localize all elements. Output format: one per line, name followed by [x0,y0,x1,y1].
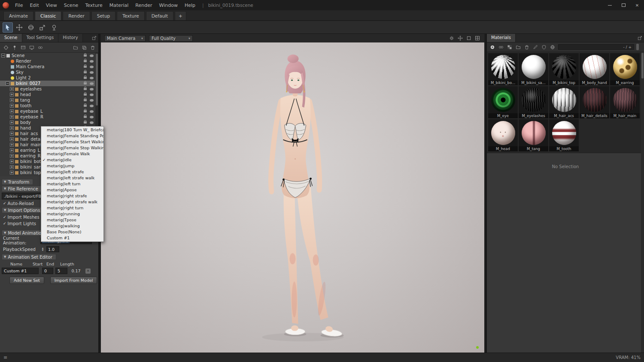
scale-tool-icon[interactable] [37,22,48,33]
dropdown-item-metarig-female-standing-pose[interactable]: metarig|Female Standing Pose [41,133,103,139]
checker-icon[interactable] [506,43,513,51]
globe-icon[interactable] [549,43,556,51]
dropdown-item-metarig-female-stop-walking[interactable]: metarig|Female Stop Walking [41,145,103,151]
tree-row-bikini-0027[interactable]: −bikini_0027 [0,81,95,86]
dropdown-item-metarig-idle[interactable]: ✓metarig|idle [41,157,103,163]
dropdown-item-metarig-walking[interactable]: metarig|walking [41,223,103,229]
expand-icon[interactable]: + [10,126,14,130]
import-from-model-button[interactable]: Import From Model [50,277,97,284]
monitor-icon[interactable] [28,44,35,51]
expand-icon[interactable]: + [10,104,14,108]
visibility-icon[interactable] [88,82,95,85]
materials-scrollbar[interactable] [641,52,644,353]
material-m-eyelashes[interactable]: M_eyelashes [519,86,548,118]
set-start-input[interactable]: 0 [42,268,53,274]
dropdown-item-metarig-left-strafe-walk[interactable]: metarig|left strafe walk [41,175,103,181]
lock-icon[interactable] [82,88,88,90]
visibility-icon[interactable] [88,121,95,124]
lock-icon[interactable] [82,71,88,73]
lock-icon[interactable] [82,105,88,107]
material-filter-input[interactable]: - / + [558,44,634,50]
lock-icon[interactable] [82,77,88,79]
lock-icon[interactable] [82,116,88,118]
menu-help[interactable]: Help [181,3,199,8]
menu-file[interactable]: File [12,3,26,8]
expand-icon[interactable]: + [10,109,14,113]
tab-scene[interactable]: Scene [0,34,22,42]
quality-select[interactable]: Full Quality▾ [149,35,193,42]
brush-icon[interactable] [532,43,539,51]
viewport-3d[interactable] [101,42,484,353]
tree-row-eyebase-r[interactable]: +eyebase_R [0,114,95,120]
move-icon[interactable] [456,35,464,42]
tree-row-tooth[interactable]: +tooth [0,103,95,109]
pin-icon[interactable] [11,44,18,51]
character-model[interactable] [101,42,484,353]
menu-edit[interactable]: Edit [26,3,42,8]
add-new-set-button[interactable]: Add New Set [9,277,44,284]
visibility-icon[interactable] [88,60,95,63]
camera-select[interactable]: Main Camera▾ [104,35,146,42]
dropdown-item-custom-1[interactable]: Custom #1 [41,235,103,241]
scrollbar-thumb[interactable] [641,53,644,78]
square-icon[interactable] [465,35,472,42]
target-icon[interactable] [2,44,9,51]
tree-row-light-2[interactable]: Light 2 [0,75,95,81]
lock-icon[interactable] [82,94,88,96]
expand-icon[interactable]: + [10,165,14,169]
workspace-tab-setup[interactable]: Setup [91,11,116,20]
folder-icon[interactable] [72,44,79,51]
dropdown-item-metarig-left-strafe[interactable]: metarig|left strafe [41,169,103,175]
layers-icon[interactable] [80,44,88,51]
expand-icon[interactable]: + [10,121,14,124]
lock-icon[interactable] [82,110,88,112]
lock-icon[interactable] [82,60,88,62]
thumbnail-size-slider[interactable] [636,44,639,50]
section-transform[interactable]: ▼Transform [2,179,33,185]
menu-view[interactable]: View [43,3,61,8]
shield-icon[interactable] [540,43,547,51]
tree-row-scene[interactable]: −Scene [0,53,95,58]
collapse-icon[interactable]: − [1,54,5,57]
tree-row-tang[interactable]: +tang [0,97,95,103]
expand-icon[interactable]: + [10,171,14,175]
addsphere-icon[interactable] [489,43,496,51]
light-tool-icon[interactable] [49,22,59,33]
menu-material[interactable]: Material [106,3,132,8]
visibility-icon[interactable] [88,54,95,57]
visibility-icon[interactable] [88,110,95,113]
material-m-head[interactable]: M_head [488,119,518,151]
lock-icon[interactable] [82,121,88,124]
panes-icon[interactable] [474,35,481,42]
material-m-tooth[interactable]: M_tooth [549,119,579,151]
section-import-options[interactable]: ▼Import Options [2,207,44,213]
expand-icon[interactable]: + [10,143,14,147]
material-m-tang[interactable]: M_tang [519,119,548,151]
material-m-bikini-top[interactable]: M_bikini_top [549,53,579,85]
visibility-icon[interactable] [88,71,95,74]
expand-icon[interactable]: + [10,154,14,158]
dropdown-item-metarig-180-turn-w-briefcase[interactable]: metarig|180 Turn W_ Briefcase [41,127,103,133]
section-animation-set-editor[interactable]: ▼Animation Set Editor [2,254,56,260]
panel-popout-icon[interactable] [635,34,644,42]
dropdown-item-metarig-tpose[interactable]: metarig|Tpose [41,217,103,223]
dropdown-item-metarig-female-walk[interactable]: metarig|Female Walk [41,151,103,157]
material-m-bikini-sa[interactable]: M_bikini_sa... [519,53,548,85]
lock-icon[interactable] [82,82,88,84]
visibility-icon[interactable] [88,88,95,90]
tab-materials[interactable]: Materials [487,34,516,42]
menu-window[interactable]: Window [156,3,181,8]
workspace-tab-default[interactable]: Default [146,11,173,20]
menu-texture[interactable]: Texture [82,3,106,8]
tree-row-eyebase-l[interactable]: +eyebase_L [0,109,95,114]
expand-icon[interactable]: + [10,87,14,91]
tree-row-sky[interactable]: Sky [0,69,95,75]
trash-icon[interactable] [89,44,96,51]
link-icon[interactable] [36,44,44,51]
lock-icon[interactable] [82,54,88,57]
playback-speed-input[interactable]: 1.0 [46,246,59,252]
expand-icon[interactable]: + [10,98,14,102]
visibility-icon[interactable] [88,116,95,118]
tab-tool-settings[interactable]: Tool Settings [22,34,59,42]
lock-icon[interactable] [82,66,88,68]
